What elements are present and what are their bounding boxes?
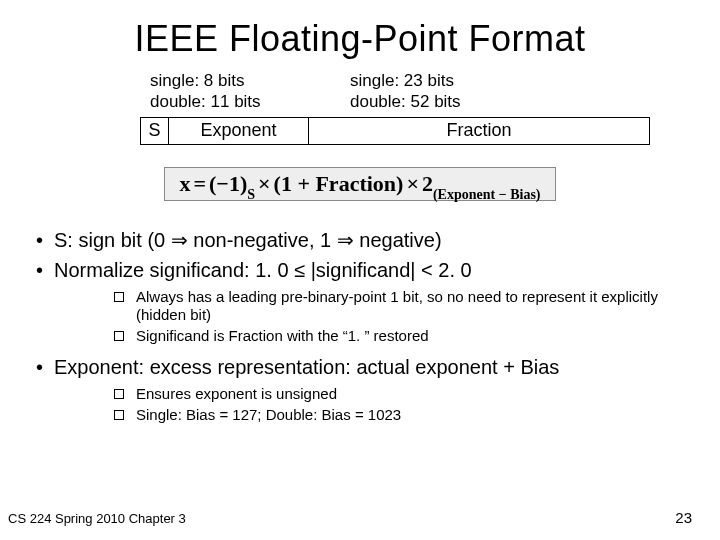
- fraction-width-label: single: 23 bits double: 52 bits: [350, 70, 650, 113]
- bullet-exponent: Exponent: excess representation: actual …: [30, 354, 690, 425]
- exponent-double: double: 11 bits: [150, 91, 350, 112]
- bullet-sign: S: sign bit (0 ⇒ non-negative, 1 ⇒ negat…: [30, 227, 690, 254]
- implies-icon: ⇒: [337, 229, 354, 251]
- sublist-exponent: Ensures exponent is unsigned Single: Bia…: [114, 385, 690, 425]
- sub-restored: Significand is Fraction with the “1. ” r…: [114, 327, 690, 346]
- fraction-double: double: 52 bits: [350, 91, 650, 112]
- formula-container: x = (−1)S × (1 + Fraction) × 2(Exponent …: [30, 167, 690, 201]
- bullet-normalize: Normalize significand: 1. 0 ≤ |significa…: [30, 257, 690, 346]
- bullet-list: S: sign bit (0 ⇒ non-negative, 1 ⇒ negat…: [30, 227, 690, 425]
- sign-cell: S: [141, 118, 169, 144]
- sub-bias-values: Single: Bias = 127; Double: Bias = 1023: [114, 406, 690, 425]
- exponent-width-label: single: 8 bits double: 11 bits: [150, 70, 350, 113]
- formula-mul1: ×: [258, 173, 271, 195]
- exponent-single: single: 8 bits: [150, 70, 350, 91]
- formula-x: x: [179, 173, 190, 195]
- bitfield-diagram: S Exponent Fraction: [140, 117, 650, 145]
- fraction-cell: Fraction: [309, 118, 649, 144]
- formula: x = (−1)S × (1 + Fraction) × 2(Exponent …: [164, 167, 555, 201]
- slide-number: 23: [675, 509, 692, 526]
- formula-eq: =: [193, 173, 206, 195]
- footer-course: CS 224 Spring 2010 Chapter 3: [8, 511, 186, 526]
- b2: Normalize significand: 1. 0 ≤ |significa…: [54, 259, 472, 281]
- slide-title: IEEE Floating-Point Format: [30, 18, 690, 60]
- formula-two: 2: [422, 173, 433, 195]
- implies-icon: ⇒: [171, 229, 188, 251]
- b1a: S: sign bit (0: [54, 229, 171, 251]
- b3: Exponent: excess representation: actual …: [54, 356, 559, 378]
- sub-hidden-bit: Always has a leading pre-binary-point 1 …: [114, 288, 690, 326]
- fraction-single: single: 23 bits: [350, 70, 650, 91]
- sublist-normalize: Always has a leading pre-binary-point 1 …: [114, 288, 690, 346]
- exponent-cell: Exponent: [169, 118, 309, 144]
- bitfield-labels: single: 8 bits double: 11 bits single: 2…: [150, 70, 650, 113]
- b1c: negative): [354, 229, 442, 251]
- formula-onefrac: (1 + Fraction): [274, 173, 404, 195]
- formula-mul2: ×: [406, 173, 419, 195]
- b1b: non-negative, 1: [188, 229, 337, 251]
- sub-unsigned: Ensures exponent is unsigned: [114, 385, 690, 404]
- formula-neg1: (−1): [209, 173, 247, 195]
